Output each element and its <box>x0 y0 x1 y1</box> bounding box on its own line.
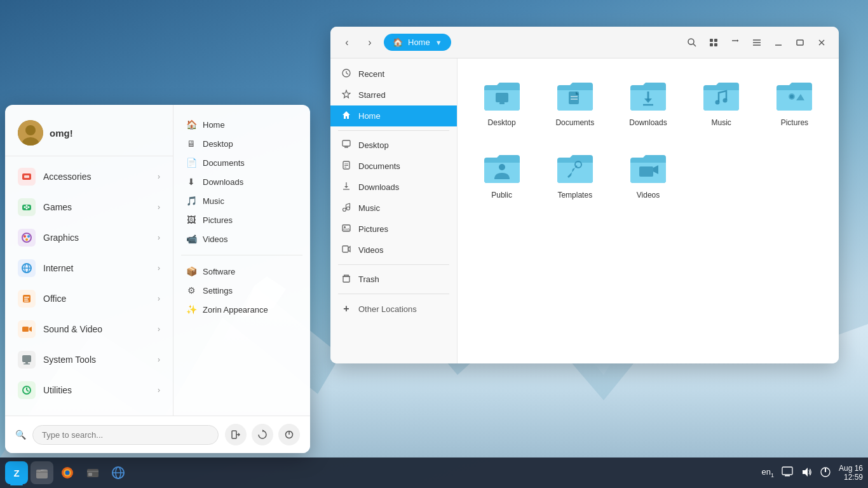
taskbar-power-icon[interactable] <box>820 466 831 480</box>
nav-settings[interactable]: ⚙ Settings <box>181 281 302 300</box>
nav-software[interactable]: 📦 Software <box>181 262 302 281</box>
menu-category-accessories[interactable]: Accessories › <box>5 161 173 192</box>
svg-point-70 <box>343 208 346 212</box>
fm-menu-button[interactable] <box>747 33 766 52</box>
fm-minimize-button[interactable] <box>769 33 788 52</box>
menu-search-bar: 🔍 <box>5 416 310 453</box>
power-button[interactable] <box>278 424 300 445</box>
folder-templates[interactable]: Templates <box>543 144 606 206</box>
svg-rect-30 <box>24 363 30 365</box>
folder-music[interactable]: Music <box>690 71 753 133</box>
search-input[interactable] <box>32 425 219 445</box>
starred-sidebar-icon <box>341 90 352 100</box>
fm-sidebar-trash[interactable]: Trash <box>330 269 457 290</box>
fm-forward-button[interactable]: › <box>361 34 379 51</box>
menu-category-office[interactable]: Office › <box>5 283 173 314</box>
nav-documents[interactable]: 📄 Documents <box>181 153 302 172</box>
taskbar-browser-button[interactable] <box>107 461 130 484</box>
fm-sidebar-recent[interactable]: Recent <box>330 64 457 85</box>
taskbar-right: en1 Aug 16 12:59 <box>761 464 863 482</box>
taskbar-firefox-button[interactable] <box>56 461 79 484</box>
fm-sidebar-other-locations[interactable]: + Other Locations <box>330 298 457 320</box>
svg-rect-80 <box>343 276 349 282</box>
svg-point-97 <box>790 95 794 98</box>
taskbar-files-button[interactable] <box>31 461 53 484</box>
taskbar-zorin-button[interactable]: Z <box>5 461 28 484</box>
nav-videos[interactable]: 📹 Videos <box>181 229 302 248</box>
settings-nav-icon: ⚙ <box>186 285 196 295</box>
fm-location-bar[interactable]: 🏠 Home ▼ <box>384 34 451 51</box>
fm-sidebar-music[interactable]: Music <box>330 198 457 219</box>
office-arrow: › <box>158 294 160 303</box>
fm-sidebar-videos[interactable]: Videos <box>330 240 457 261</box>
logout-button[interactable] <box>225 424 247 445</box>
fm-back-button[interactable]: ‹ <box>338 34 356 51</box>
menu-category-internet[interactable]: Internet › <box>5 253 173 283</box>
folder-videos-label: Videos <box>637 191 660 200</box>
nav-pictures[interactable]: 🖼 Pictures <box>181 210 302 229</box>
svg-rect-35 <box>232 431 236 438</box>
menu-category-utilities[interactable]: Utilities › <box>5 375 173 405</box>
sound-video-arrow: › <box>158 325 160 334</box>
folder-desktop[interactable]: Desktop <box>470 71 533 133</box>
folder-videos[interactable]: Videos <box>616 144 679 206</box>
pictures-nav-label: Pictures <box>203 215 233 225</box>
taskbar-screen-icon[interactable] <box>782 466 793 480</box>
settings-nav-label: Settings <box>203 286 233 295</box>
svg-rect-85 <box>496 93 508 102</box>
accessories-arrow: › <box>158 172 160 181</box>
taskbar-time: 12:59 <box>839 473 863 482</box>
sound-video-icon <box>18 320 36 338</box>
menu-category-games[interactable]: Games › <box>5 192 173 222</box>
fm-sidebar-home[interactable]: Home <box>330 105 457 126</box>
fm-sidebar-downloads[interactable]: Downloads <box>330 177 457 198</box>
fm-close-button[interactable] <box>812 33 831 52</box>
svg-rect-107 <box>87 471 98 472</box>
menu-category-graphics[interactable]: Graphics › <box>5 222 173 253</box>
avatar[interactable] <box>18 120 43 146</box>
nav-music[interactable]: 🎵 Music <box>181 191 302 210</box>
folder-templates-label: Templates <box>557 191 592 200</box>
refresh-button[interactable] <box>252 424 273 445</box>
nav-downloads[interactable]: ⬇ Downloads <box>181 172 302 191</box>
taskbar-nautilus-button[interactable] <box>81 461 104 484</box>
desktop-sidebar-label: Desktop <box>358 140 389 150</box>
taskbar-datetime[interactable]: Aug 16 12:59 <box>839 464 863 482</box>
videos-nav-icon: 📹 <box>186 234 196 244</box>
music-nav-label: Music <box>203 196 224 206</box>
zorin-icon: Z <box>13 468 19 478</box>
folder-pictures[interactable]: Pictures <box>763 71 826 133</box>
fm-sort-button[interactable] <box>726 33 745 52</box>
fm-sidebar-sep3 <box>338 294 449 294</box>
graphics-icon <box>18 229 36 247</box>
svg-rect-25 <box>24 299 28 300</box>
fm-sidebar-starred[interactable]: Starred <box>330 85 457 105</box>
svg-rect-45 <box>710 43 713 46</box>
fm-sidebar-pictures[interactable]: Pictures <box>330 219 457 240</box>
fm-sidebar-sep1 <box>338 130 449 131</box>
games-arrow: › <box>158 203 160 212</box>
folder-documents[interactable]: Documents <box>543 71 606 133</box>
folder-downloads[interactable]: Downloads <box>616 71 679 133</box>
utilities-arrow: › <box>158 386 160 395</box>
menu-category-sound-video[interactable]: Sound & Video › <box>5 314 173 344</box>
taskbar-volume-icon[interactable] <box>801 466 812 480</box>
folder-public[interactable]: Public <box>470 144 533 206</box>
fm-sidebar-documents[interactable]: Documents <box>330 156 457 177</box>
fm-search-button[interactable] <box>682 33 702 52</box>
pictures-nav-icon: 🖼 <box>186 215 196 225</box>
fm-view-toggle-button[interactable] <box>704 33 723 52</box>
menu-bottom-actions <box>225 424 300 445</box>
utilities-label: Utilities <box>43 385 72 395</box>
nav-home[interactable]: 🏠 Home <box>181 115 302 134</box>
menu-category-system-tools[interactable]: System Tools › <box>5 344 173 375</box>
nav-zorin-appearance[interactable]: ✨ Zorin Appearance <box>181 300 302 319</box>
svg-rect-53 <box>797 40 803 45</box>
nav-desktop[interactable]: 🖥 Desktop <box>181 134 302 153</box>
svg-marker-37 <box>238 433 240 437</box>
fm-maximize-button[interactable] <box>790 33 810 52</box>
fm-sidebar-desktop[interactable]: Desktop <box>330 135 457 156</box>
svg-point-98 <box>499 164 505 170</box>
svg-marker-48 <box>737 39 738 42</box>
documents-nav-label: Documents <box>203 158 245 168</box>
